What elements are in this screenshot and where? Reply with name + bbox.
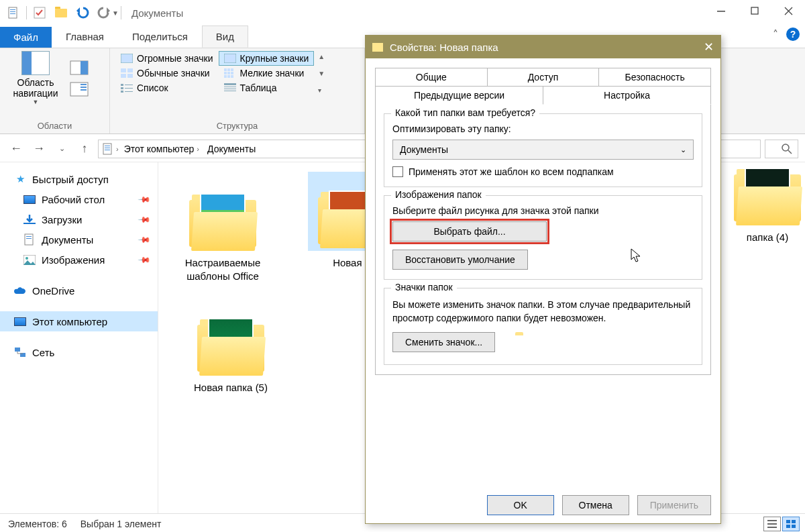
svg-rect-22 <box>121 91 123 93</box>
sidebar-pictures[interactable]: Изображения📌 <box>0 250 158 270</box>
svg-point-42 <box>782 144 789 151</box>
tab-view[interactable]: Вид <box>202 25 248 48</box>
svg-rect-30 <box>231 72 233 74</box>
tab-home[interactable]: Главная <box>52 25 118 48</box>
svg-rect-13 <box>121 54 133 63</box>
group-folder-icons: Значки папок Вы можете изменить значок п… <box>384 288 702 365</box>
group-legend: Значки папок <box>391 282 457 292</box>
file-item[interactable]: Настраиваемые шаблоны Office <box>166 172 279 282</box>
tab-previous-versions[interactable]: Предыдущие версии <box>375 86 543 104</box>
view-small[interactable]: Мелкие значки <box>219 66 315 81</box>
svg-rect-26 <box>227 68 230 71</box>
crumb-documents[interactable]: Документы <box>205 144 258 154</box>
svg-rect-32 <box>227 75 230 78</box>
tab-file[interactable]: Файл <box>0 27 52 48</box>
struct-scroll-down[interactable]: ▼ <box>318 70 325 77</box>
view-details-toggle[interactable] <box>763 517 781 531</box>
sidebar-desktop[interactable]: Рабочий стол📌 <box>0 189 158 209</box>
desktop-icon <box>23 193 36 205</box>
nav-forward[interactable]: → <box>30 140 48 158</box>
svg-rect-25 <box>224 68 227 71</box>
tab-sharing[interactable]: Доступ <box>487 68 599 86</box>
properties-dialog: Свойства: Новая папка ✕ Общие Доступ Без… <box>365 35 721 524</box>
sidebar-network[interactable]: Сеть <box>0 342 158 362</box>
dialog-buttons: OK Отмена Применить <box>366 490 720 523</box>
struct-scroll-up[interactable]: ▲ <box>318 53 325 60</box>
sidebar-this-pc[interactable]: Этот компьютер <box>0 311 158 331</box>
cancel-button[interactable]: Отмена <box>562 495 629 515</box>
sidebar: ★Быстрый доступ Рабочий стол📌 Загрузки📌 … <box>0 162 158 513</box>
qat-undo[interactable] <box>73 3 92 22</box>
search-box[interactable] <box>765 140 798 158</box>
preview-pane-button[interactable] <box>70 60 89 75</box>
view-list[interactable]: Список <box>115 81 219 95</box>
choose-file-label: Выберите файл рисунка для значка этой па… <box>392 205 694 216</box>
tab-security[interactable]: Безопасность <box>598 68 711 86</box>
nav-back[interactable]: ← <box>7 140 25 158</box>
sidebar-documents[interactable]: Документы📌 <box>0 229 158 250</box>
pin-icon: 📌 <box>138 253 152 267</box>
nav-pane-label: Область навигации <box>5 77 66 99</box>
view-extralarge[interactable]: Огромные значки <box>115 51 219 66</box>
onedrive-icon <box>13 284 27 297</box>
view-icons-toggle[interactable] <box>782 517 800 531</box>
view-medium[interactable]: Обычные значки <box>115 66 219 81</box>
nav-pane-button[interactable]: Область навигации ▼ <box>5 51 66 105</box>
document-icon <box>103 143 113 155</box>
ribbon-collapse[interactable]: ˄ <box>773 28 778 41</box>
checkbox-icon <box>392 166 403 177</box>
file-item[interactable]: папка (4) <box>734 172 801 244</box>
file-item[interactable]: Новая папка (5) <box>174 297 287 394</box>
view-details[interactable]: Таблица <box>219 81 315 95</box>
tab-general[interactable]: Общие <box>375 68 487 86</box>
tab-customize[interactable]: Настройка <box>543 86 711 105</box>
close-button[interactable] <box>771 0 805 21</box>
view-large[interactable]: Крупные значки <box>219 51 315 66</box>
redo-dropdown[interactable]: ▼ <box>112 9 119 17</box>
change-icon-button[interactable]: Сменить значок... <box>392 332 495 352</box>
svg-rect-57 <box>786 525 790 528</box>
dialog-titlebar[interactable]: Свойства: Новая папка ✕ <box>366 36 720 58</box>
dialog-close[interactable]: ✕ <box>704 40 714 54</box>
nav-history[interactable]: ⌄ <box>52 140 71 158</box>
details-pane-button[interactable] <box>70 82 89 97</box>
chevron-down-icon: ⌄ <box>680 146 686 154</box>
ok-button[interactable]: OK <box>487 495 554 515</box>
sidebar-onedrive[interactable]: OneDrive <box>0 280 158 301</box>
svg-rect-58 <box>792 525 796 528</box>
optimize-label: Оптимизировать эту папку: <box>392 123 694 134</box>
help-icon[interactable]: ? <box>786 28 800 41</box>
nav-up[interactable]: ↑ <box>75 140 94 158</box>
folder-icon <box>55 9 67 17</box>
tab-share[interactable]: Поделиться <box>118 25 202 48</box>
svg-rect-37 <box>224 91 236 91</box>
svg-rect-12 <box>80 89 87 91</box>
maximize-icon <box>751 7 759 15</box>
maximize-button[interactable] <box>738 0 771 21</box>
download-icon <box>23 213 36 225</box>
qat-redo[interactable] <box>95 3 113 22</box>
choose-file-button[interactable]: Выбрать файл... <box>392 221 547 242</box>
svg-rect-38 <box>103 144 111 154</box>
restore-default-button[interactable]: Восстановить умолчание <box>392 250 528 270</box>
qat-properties-icon[interactable] <box>30 3 49 22</box>
svg-rect-27 <box>231 68 233 71</box>
apply-subfolders-checkbox[interactable]: Применять этот же шаблон ко всем подпапк… <box>392 166 694 177</box>
apply-button[interactable]: Применить <box>637 495 711 515</box>
crumb-this-pc[interactable]: Этот компьютер› <box>121 144 202 154</box>
svg-rect-24 <box>224 54 236 63</box>
qat-newfolder-icon[interactable] <box>52 3 70 22</box>
svg-rect-18 <box>121 84 123 86</box>
minimize-button[interactable] <box>704 0 738 21</box>
svg-rect-31 <box>224 75 227 78</box>
optimize-dropdown[interactable]: Документы ⌄ <box>392 140 694 160</box>
pin-icon: 📌 <box>138 213 152 227</box>
undo-icon <box>75 5 90 20</box>
svg-rect-46 <box>26 236 32 237</box>
struct-gallery-expand[interactable]: ▾ <box>318 87 325 94</box>
sidebar-quick-access[interactable]: ★Быстрый доступ <box>0 169 158 189</box>
svg-rect-45 <box>25 234 33 245</box>
svg-rect-10 <box>80 84 87 85</box>
svg-rect-8 <box>80 61 88 74</box>
sidebar-downloads[interactable]: Загрузки📌 <box>0 209 158 229</box>
